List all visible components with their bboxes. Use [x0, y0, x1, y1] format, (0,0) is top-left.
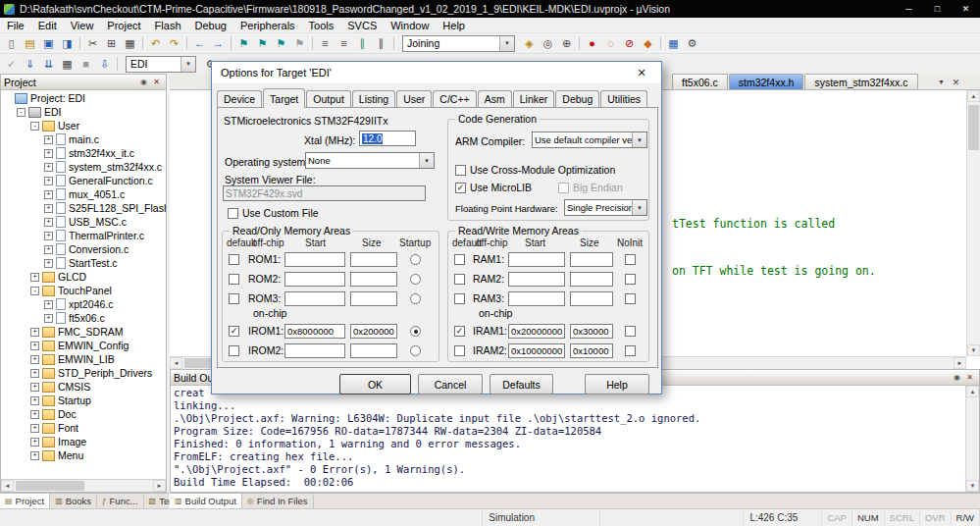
toolbar-combobox[interactable]: Joining ▼	[402, 35, 515, 52]
default-checkbox[interactable]	[229, 345, 239, 356]
ok-button[interactable]: OK	[339, 374, 411, 394]
start-input[interactable]: 0x10000000	[508, 343, 565, 358]
tree-item[interactable]: + Menu	[1, 448, 166, 462]
startup-radio[interactable]	[410, 326, 421, 337]
chevron-down-icon[interactable]: ▼	[632, 132, 646, 147]
menu-item[interactable]: Flash	[148, 18, 188, 32]
next-bookmark-icon[interactable]: ⚑	[272, 35, 290, 52]
document-tab[interactable]: system_stm32f4xx.c	[804, 74, 917, 89]
tree-item[interactable]: + Conversion.c	[1, 242, 166, 256]
tree-item[interactable]: - EDI	[1, 105, 166, 119]
expand-icon[interactable]: -	[30, 287, 39, 295]
expand-icon[interactable]: +	[44, 135, 53, 144]
tree-item[interactable]: + S25FL128_SPI_Flash.c	[1, 201, 166, 215]
start-input[interactable]: 0x8000000	[284, 324, 345, 339]
expand-icon[interactable]: +	[30, 396, 39, 405]
tree-horizontal-scrollbar[interactable]: ◄ ►	[1, 479, 166, 492]
operating-system-select[interactable]: None ▼	[305, 152, 435, 169]
expand-icon[interactable]: +	[30, 273, 39, 282]
expand-icon[interactable]: +	[44, 190, 53, 199]
kill-breakpoints-icon[interactable]: ◌	[601, 35, 620, 52]
xtal-input[interactable]: 12.0	[359, 131, 416, 146]
close-icon[interactable]: ✕	[952, 0, 980, 18]
tree-item[interactable]: + stm32f4xx_it.c	[1, 146, 166, 160]
tree-item[interactable]: + EMWIN_LIB	[1, 352, 166, 366]
menu-item[interactable]: Peripherals	[233, 18, 302, 32]
navigate-forward-icon[interactable]: →	[209, 35, 228, 52]
tree-item[interactable]: + StartTest.c	[1, 256, 166, 270]
default-checkbox[interactable]	[454, 345, 465, 356]
noinit-checkbox[interactable]	[625, 274, 636, 285]
open-file-icon[interactable]: ▤	[21, 35, 39, 52]
tree-item[interactable]: + xpt2046.c	[1, 297, 166, 311]
indent-icon[interactable]: ≡	[316, 35, 335, 52]
dialog-tab[interactable]: Linker	[513, 90, 555, 107]
menu-item[interactable]: Project	[100, 18, 147, 32]
tree-item[interactable]: + mux_4051.c	[1, 187, 166, 201]
maximize-icon[interactable]: □	[923, 0, 952, 18]
start-input[interactable]	[284, 272, 345, 287]
size-input[interactable]	[350, 252, 397, 267]
scroll-up-icon[interactable]: ▲	[967, 90, 980, 102]
scrollbar-thumb[interactable]	[16, 481, 84, 491]
download-icon[interactable]: ⇩	[95, 56, 114, 73]
size-input[interactable]: 0x30000	[570, 324, 613, 339]
dialog-tab[interactable]: Target	[263, 88, 305, 108]
scroll-up-icon[interactable]: ▲	[966, 386, 979, 397]
start-input[interactable]	[508, 252, 565, 267]
tree-item[interactable]: - TouchPanel	[1, 284, 166, 297]
dialog-tab[interactable]: Asm	[478, 90, 512, 107]
close-icon[interactable]: ✕	[150, 77, 163, 88]
defaults-button[interactable]: Defaults	[490, 374, 553, 394]
tree-item[interactable]: + Doc	[1, 407, 166, 421]
menu-item[interactable]: File	[0, 18, 31, 32]
select-target-combobox[interactable]: EDI ▼	[126, 56, 196, 73]
close-icon[interactable]: ✕	[631, 67, 652, 79]
tab-books[interactable]: ▥ Books	[50, 494, 97, 508]
disable-breakpoint-icon[interactable]: ⊘	[620, 35, 639, 52]
pin-icon[interactable]: ◉	[951, 372, 963, 384]
tab-find-in-files[interactable]: ◎ Find In Files	[242, 494, 314, 508]
chevron-down-icon[interactable]: ▼	[499, 36, 514, 51]
tree-item[interactable]: + ThermalPrinter.c	[1, 229, 166, 242]
minimize-icon[interactable]: ─	[895, 0, 923, 18]
expand-icon[interactable]: +	[44, 314, 53, 323]
expand-icon[interactable]: -	[17, 108, 26, 117]
prev-bookmark-icon[interactable]: ⚑	[253, 35, 272, 52]
size-input[interactable]: 0x10000	[570, 343, 613, 358]
dialog-tab[interactable]: User	[396, 90, 432, 107]
expand-icon[interactable]: +	[30, 383, 39, 392]
expand-icon[interactable]: +	[44, 300, 53, 309]
close-icon[interactable]: ✕	[963, 372, 976, 384]
tree-item[interactable]: + EMWIN_Config	[1, 339, 166, 352]
dialog-tab[interactable]: Output	[306, 90, 351, 107]
use-microlib-checkbox[interactable]: Use MicroLIB	[455, 182, 532, 193]
redo-icon[interactable]: ↷	[165, 35, 183, 52]
clear-bookmarks-icon[interactable]: ⚑	[290, 35, 309, 52]
menu-item[interactable]: Window	[384, 18, 436, 32]
tab-functions[interactable]: ƒ Func...	[97, 494, 144, 508]
default-checkbox[interactable]	[454, 254, 465, 265]
new-file-icon[interactable]: ▯	[2, 35, 21, 52]
expand-icon[interactable]: +	[44, 245, 53, 254]
outdent-icon[interactable]: ≡	[335, 35, 353, 52]
menu-item[interactable]: View	[64, 18, 101, 32]
start-input[interactable]	[284, 252, 345, 267]
navigate-back-icon[interactable]: ←	[190, 35, 209, 52]
tree-item[interactable]: + GeneralFunction.c	[1, 174, 166, 187]
dialog-title-bar[interactable]: Options for Target 'EDI' ✕	[212, 62, 661, 84]
expand-icon[interactable]: -	[30, 122, 39, 131]
find-icon[interactable]: ◎	[539, 35, 557, 52]
find-in-files-icon[interactable]: ◈	[520, 35, 539, 52]
document-tab[interactable]: ft5x06.c	[672, 74, 728, 89]
tree-item[interactable]: Project: EDI	[1, 91, 166, 105]
size-input[interactable]	[570, 252, 613, 267]
noinit-checkbox[interactable]	[625, 345, 636, 356]
build-icon[interactable]: ⇓	[21, 56, 39, 73]
default-checkbox[interactable]	[229, 326, 239, 337]
tree-item[interactable]: + STD_Periph_Drivers	[1, 366, 166, 380]
insert-breakpoint-icon[interactable]: ●	[583, 35, 601, 52]
expand-icon[interactable]: +	[44, 163, 53, 172]
chevron-down-icon[interactable]: ▼	[419, 153, 434, 168]
copy-icon[interactable]: ⊞	[102, 35, 121, 52]
